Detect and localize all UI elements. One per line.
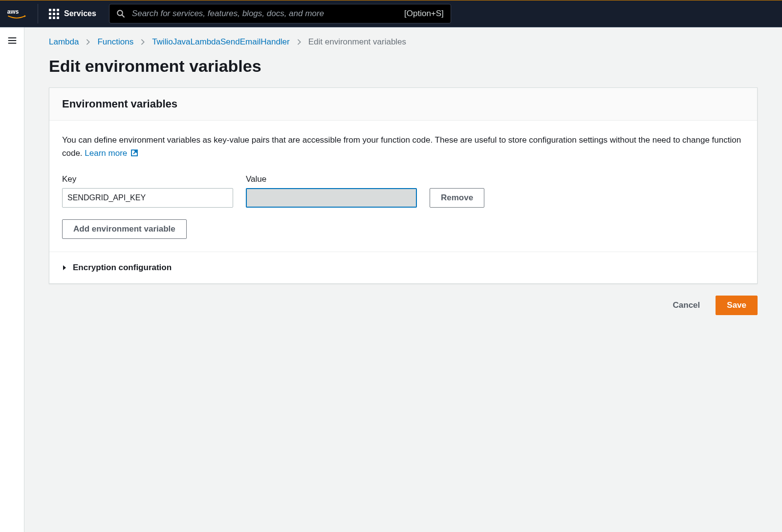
panel-description: You can define environment variables as …: [62, 133, 744, 161]
value-field-group: Value: [246, 174, 417, 208]
cancel-button[interactable]: Cancel: [662, 296, 711, 315]
side-nav-collapsed: [0, 27, 24, 532]
external-link-icon: [130, 148, 138, 161]
key-label: Key: [62, 174, 233, 184]
encryption-config-label: Encryption configuration: [73, 263, 172, 273]
breadcrumb-current: Edit environment variables: [308, 37, 406, 47]
search-input[interactable]: [132, 9, 404, 19]
search-icon: [116, 9, 125, 18]
main-content: Lambda Functions TwilioJavaLambdaSendEma…: [24, 27, 782, 532]
env-vars-panel: Environment variables You can define env…: [49, 87, 758, 284]
search-container[interactable]: [Option+S]: [109, 4, 451, 23]
search-shortcut-hint: [Option+S]: [404, 9, 444, 19]
aws-logo-icon: aws: [6, 8, 27, 20]
svg-line-2: [122, 15, 124, 17]
services-label: Services: [64, 9, 96, 18]
panel-body: You can define environment variables as …: [49, 121, 757, 252]
chevron-right-icon: [297, 39, 302, 45]
learn-more-link[interactable]: Learn more: [85, 149, 127, 158]
env-var-row: Key Value Remove: [62, 174, 744, 208]
footer-actions: Cancel Save: [49, 296, 758, 315]
env-var-value-input[interactable]: [246, 188, 417, 208]
chevron-right-icon: [86, 39, 90, 45]
breadcrumb-link-lambda[interactable]: Lambda: [49, 37, 79, 47]
breadcrumb: Lambda Functions TwilioJavaLambdaSendEma…: [49, 37, 758, 47]
expand-nav-button[interactable]: [7, 35, 18, 532]
encryption-config-toggle[interactable]: Encryption configuration: [49, 252, 757, 283]
chevron-right-icon: [140, 39, 145, 45]
add-env-var-button[interactable]: Add environment variable: [62, 219, 187, 239]
page-title: Edit environment variables: [49, 57, 758, 76]
aws-logo[interactable]: aws: [4, 4, 38, 23]
grid-icon: [49, 9, 59, 19]
value-label: Value: [246, 174, 417, 184]
breadcrumb-link-function-name[interactable]: TwilioJavaLambdaSendEmailHandler: [152, 37, 290, 47]
panel-heading: Environment variables: [62, 98, 744, 110]
description-text: You can define environment variables as …: [62, 135, 741, 158]
services-menu-button[interactable]: Services: [42, 5, 103, 23]
top-nav: aws Services [Option+S]: [0, 0, 782, 27]
svg-point-1: [117, 10, 123, 16]
learn-more-text: Learn more: [85, 149, 127, 158]
caret-right-icon: [62, 265, 67, 271]
hamburger-icon: [7, 35, 18, 46]
breadcrumb-link-functions[interactable]: Functions: [97, 37, 133, 47]
remove-button[interactable]: Remove: [430, 188, 484, 208]
save-button[interactable]: Save: [716, 296, 758, 315]
env-var-key-input[interactable]: [62, 188, 233, 208]
key-field-group: Key: [62, 174, 233, 208]
svg-text:aws: aws: [7, 8, 19, 15]
panel-header: Environment variables: [49, 88, 757, 121]
